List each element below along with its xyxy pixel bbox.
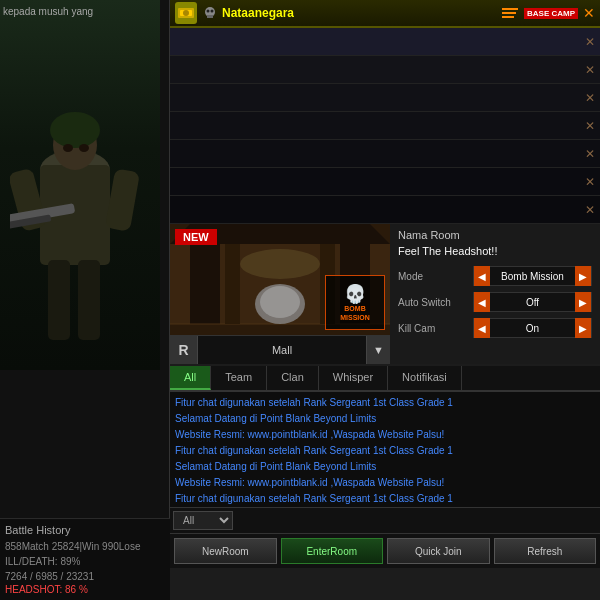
room-name: Nataanegara (222, 6, 502, 20)
tab-clan[interactable]: Clan (267, 366, 319, 390)
room-header: Nataanegara BASE CAMP ✕ (170, 0, 600, 28)
svg-point-27 (240, 249, 320, 279)
left-panel: kepada musuh yang Battle History 858Matc… (0, 0, 170, 600)
top-text: kepada musuh yang (3, 5, 93, 19)
killcam-value: On (490, 323, 575, 334)
svg-point-3 (50, 112, 100, 148)
new-badge: NEW (175, 229, 217, 245)
autoswitch-prev-button[interactable]: ◀ (474, 292, 490, 312)
map-nav: R Mall ▼ (170, 335, 390, 364)
avatar-section: kepada musuh yang (0, 0, 160, 370)
table-row[interactable]: ✕ (170, 56, 600, 84)
rank-icon (177, 4, 195, 22)
avatar-background: kepada musuh yang (0, 0, 160, 370)
chat-tabs: All Team Clan Whisper Notifikasi (170, 366, 600, 392)
autoswitch-row: Auto Switch ◀ Off ▶ (398, 291, 592, 313)
map-preview: NEW (170, 224, 390, 335)
killcam-control: ◀ On ▶ (473, 318, 592, 338)
bomb-mission-overlay: 💀 BOMBMISSION (325, 275, 385, 330)
tab-all[interactable]: All (170, 366, 211, 390)
remove-row-button[interactable]: ✕ (585, 147, 595, 161)
mode-prev-button[interactable]: ◀ (474, 266, 490, 286)
map-name-label: Mall (198, 344, 366, 356)
chat-message: Website Resmi: www.pointblank.id ,Waspad… (175, 427, 595, 442)
svg-point-17 (207, 10, 210, 13)
stats-kd: ILL/DEATH: 89% (5, 554, 165, 569)
remove-row-button[interactable]: ✕ (585, 119, 595, 133)
mode-label: Mode (398, 271, 473, 282)
tab-notifikasi[interactable]: Notifikasi (388, 366, 462, 390)
svg-rect-28 (225, 244, 240, 324)
svg-point-11 (79, 144, 89, 152)
chat-message: Fitur chat digunakan setelah Rank Sergea… (175, 491, 595, 506)
autoswitch-control: ◀ Off ▶ (473, 292, 592, 312)
settings-panel: Nama Room Feel The Headshot!! Mode ◀ Bom… (390, 224, 600, 364)
soldier-silhouette (10, 70, 140, 370)
chat-message: Fitur chat digunakan setelah Rank Sergea… (175, 395, 595, 410)
table-row[interactable]: ✕ (170, 140, 600, 168)
svg-point-10 (63, 144, 73, 152)
map-settings-section: NEW (170, 224, 600, 364)
stats-headshot: HEADSHOT: 86 % (5, 584, 165, 595)
stats-match: 858Match 25824|Win 990Lose (5, 539, 165, 554)
tab-team[interactable]: Team (211, 366, 267, 390)
svg-point-26 (260, 286, 300, 318)
table-row[interactable]: ✕ (170, 112, 600, 140)
map-dropdown-button[interactable]: ▼ (366, 336, 390, 364)
autoswitch-value: Off (490, 297, 575, 308)
bomb-skull-icon: 💀 (344, 283, 366, 305)
killcam-label: Kill Cam (398, 323, 473, 334)
svg-point-18 (211, 10, 214, 13)
table-row[interactable]: ✕ (170, 84, 600, 112)
remove-row-button[interactable]: ✕ (585, 63, 595, 77)
svg-point-14 (183, 10, 189, 16)
room-list: ✕ ✕ ✕ ✕ ✕ ✕ ✕ (170, 28, 600, 224)
mode-value: Bomb Mission (490, 271, 575, 282)
remove-row-button[interactable]: ✕ (585, 175, 595, 189)
table-row[interactable]: ✕ (170, 196, 600, 224)
right-panel: Nataanegara BASE CAMP ✕ ✕ ✕ ✕ ✕ ✕ ✕ ✕ NE… (170, 0, 600, 600)
room-name-value: Feel The Headshot!! (398, 245, 592, 257)
chat-area: Fitur chat digunakan setelah Rank Sergea… (170, 392, 600, 507)
chat-message: Fitur chat digunakan setelah Rank Sergea… (175, 443, 595, 458)
chat-message: Selamat Datang di Point Blank Beyond Lim… (175, 459, 595, 474)
refresh-button[interactable]: Refresh (494, 538, 597, 564)
chat-message: Selamat Datang di Point Blank Beyond Lim… (175, 411, 595, 426)
autoswitch-next-button[interactable]: ▶ (575, 292, 591, 312)
killcam-prev-button[interactable]: ◀ (474, 318, 490, 338)
mode-control: ◀ Bomb Mission ▶ (473, 266, 592, 286)
svg-rect-16 (207, 15, 213, 18)
remove-row-button[interactable]: ✕ (585, 35, 595, 49)
bottom-buttons: NewRoom EnterRoom Quick Join Refresh (170, 533, 600, 568)
enter-room-button[interactable]: EnterRoom (281, 538, 384, 564)
table-row[interactable]: ✕ (170, 28, 600, 56)
svg-rect-7 (78, 260, 100, 340)
remove-row-button[interactable]: ✕ (585, 91, 595, 105)
stats-title: Battle History (5, 524, 165, 536)
skull-icon-header (202, 5, 218, 21)
killcam-row: Kill Cam ◀ On ▶ (398, 317, 592, 339)
top-text-value: kepada musuh yang (3, 6, 93, 17)
chat-message: Website Resmi: www.pointblank.id ,Waspad… (175, 475, 595, 490)
random-button[interactable]: R (170, 336, 198, 364)
svg-rect-5 (105, 168, 140, 231)
tab-whisper[interactable]: Whisper (319, 366, 388, 390)
chat-input-row: All Team Clan (170, 507, 600, 533)
killcam-next-button[interactable]: ▶ (575, 318, 591, 338)
base-camp-badge: BASE CAMP (524, 8, 578, 19)
mode-next-button[interactable]: ▶ (575, 266, 591, 286)
room-icon (175, 2, 197, 24)
stats-section: Battle History 858Match 25824|Win 990Los… (0, 518, 170, 600)
room-name-label: Nama Room (398, 229, 592, 241)
quick-join-button[interactable]: Quick Join (387, 538, 490, 564)
map-column: NEW (170, 224, 390, 364)
new-room-button[interactable]: NewRoom (174, 538, 277, 564)
table-row[interactable]: ✕ (170, 168, 600, 196)
svg-marker-22 (190, 244, 220, 324)
chat-filter-select[interactable]: All Team Clan (173, 511, 233, 530)
svg-rect-6 (48, 260, 70, 340)
remove-row-button[interactable]: ✕ (585, 203, 595, 217)
mode-row: Mode ◀ Bomb Mission ▶ (398, 265, 592, 287)
bomb-mission-label: BOMBMISSION (340, 305, 370, 322)
close-room-button[interactable]: ✕ (583, 5, 595, 21)
